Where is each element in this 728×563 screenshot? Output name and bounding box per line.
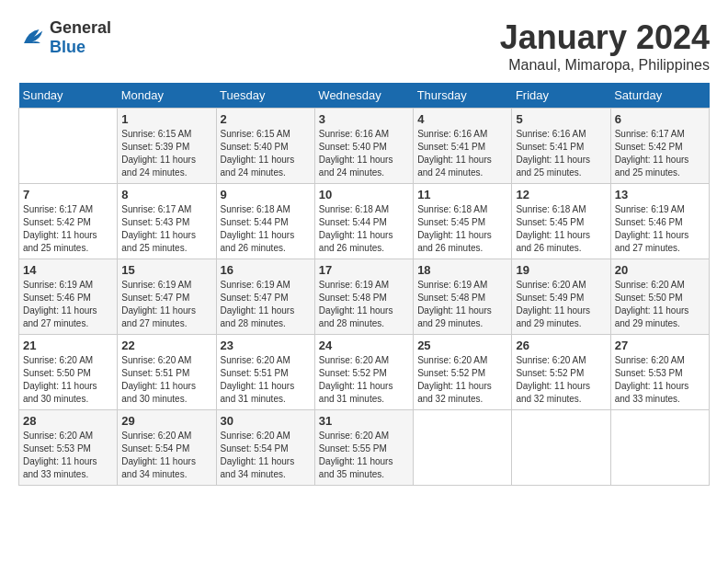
calendar-day-cell: 7Sunrise: 6:17 AMSunset: 5:42 PMDaylight…	[19, 184, 118, 259]
calendar-day-cell: 8Sunrise: 6:17 AMSunset: 5:43 PMDaylight…	[118, 184, 216, 259]
calendar-day-cell	[414, 410, 512, 486]
calendar-day-cell: 30Sunrise: 6:20 AMSunset: 5:54 PMDayligh…	[216, 410, 314, 486]
calendar-day-cell: 24Sunrise: 6:20 AMSunset: 5:52 PMDayligh…	[314, 335, 413, 410]
day-number: 15	[121, 263, 211, 277]
day-of-week-header: Wednesday	[314, 83, 413, 109]
calendar-day-cell	[512, 410, 610, 486]
day-info: Sunrise: 6:19 AMSunset: 5:47 PMDaylight:…	[221, 279, 311, 330]
logo-general: General	[50, 18, 111, 38]
day-info: Sunrise: 6:20 AMSunset: 5:50 PMDaylight:…	[615, 279, 705, 330]
day-number: 24	[319, 339, 409, 352]
day-number: 29	[121, 414, 211, 428]
day-info: Sunrise: 6:16 AMSunset: 5:41 PMDaylight:…	[516, 128, 606, 179]
day-info: Sunrise: 6:20 AMSunset: 5:50 PMDaylight:…	[23, 354, 113, 406]
day-info: Sunrise: 6:19 AMSunset: 5:46 PMDaylight:…	[23, 279, 113, 330]
calendar-day-cell: 22Sunrise: 6:20 AMSunset: 5:51 PMDayligh…	[118, 335, 216, 410]
day-number: 6	[615, 112, 705, 126]
calendar-day-cell: 11Sunrise: 6:18 AMSunset: 5:45 PMDayligh…	[414, 184, 512, 259]
day-info: Sunrise: 6:19 AMSunset: 5:48 PMDaylight:…	[417, 279, 507, 330]
calendar-day-cell: 26Sunrise: 6:20 AMSunset: 5:52 PMDayligh…	[512, 335, 610, 410]
calendar-day-cell: 16Sunrise: 6:19 AMSunset: 5:47 PMDayligh…	[216, 259, 314, 335]
day-number: 30	[221, 414, 311, 428]
day-number: 8	[121, 188, 211, 201]
day-of-week-header: Sunday	[19, 83, 118, 109]
day-info: Sunrise: 6:20 AMSunset: 5:51 PMDaylight:…	[121, 354, 211, 406]
calendar-week-row: 14Sunrise: 6:19 AMSunset: 5:46 PMDayligh…	[19, 259, 710, 335]
page-header: General Blue January 2024 Manaul, Mimaro…	[18, 18, 710, 74]
calendar-day-cell: 12Sunrise: 6:18 AMSunset: 5:45 PMDayligh…	[512, 184, 610, 259]
calendar-day-cell: 10Sunrise: 6:18 AMSunset: 5:44 PMDayligh…	[314, 184, 413, 259]
day-number: 22	[121, 339, 211, 352]
day-info: Sunrise: 6:18 AMSunset: 5:45 PMDaylight:…	[417, 203, 507, 255]
day-number: 10	[319, 188, 409, 201]
calendar-day-cell: 1Sunrise: 6:15 AMSunset: 5:39 PMDaylight…	[118, 109, 216, 184]
day-of-week-header: Saturday	[610, 83, 709, 109]
day-info: Sunrise: 6:20 AMSunset: 5:53 PMDaylight:…	[615, 354, 705, 406]
day-number: 12	[516, 188, 606, 201]
day-number: 14	[23, 263, 113, 277]
calendar-day-cell	[19, 109, 118, 184]
day-info: Sunrise: 6:16 AMSunset: 5:41 PMDaylight:…	[417, 128, 507, 179]
logo-blue: Blue	[50, 38, 111, 57]
calendar-day-cell: 13Sunrise: 6:19 AMSunset: 5:46 PMDayligh…	[610, 184, 709, 259]
calendar-week-row: 21Sunrise: 6:20 AMSunset: 5:50 PMDayligh…	[19, 335, 710, 410]
day-info: Sunrise: 6:18 AMSunset: 5:44 PMDaylight:…	[221, 203, 311, 255]
title-block: January 2024 Manaul, Mimaropa, Philippin…	[500, 18, 710, 74]
day-info: Sunrise: 6:19 AMSunset: 5:48 PMDaylight:…	[319, 279, 409, 330]
day-number: 31	[319, 414, 409, 428]
day-number: 18	[417, 263, 507, 277]
calendar-day-cell: 28Sunrise: 6:20 AMSunset: 5:53 PMDayligh…	[19, 410, 118, 486]
day-info: Sunrise: 6:20 AMSunset: 5:52 PMDaylight:…	[516, 354, 606, 406]
day-number: 1	[121, 112, 211, 126]
calendar-day-cell: 29Sunrise: 6:20 AMSunset: 5:54 PMDayligh…	[118, 410, 216, 486]
calendar-day-cell: 21Sunrise: 6:20 AMSunset: 5:50 PMDayligh…	[19, 335, 118, 410]
calendar-day-cell: 31Sunrise: 6:20 AMSunset: 5:55 PMDayligh…	[314, 410, 413, 486]
day-number: 4	[417, 112, 507, 126]
day-info: Sunrise: 6:18 AMSunset: 5:44 PMDaylight:…	[319, 203, 409, 255]
calendar-day-cell: 15Sunrise: 6:19 AMSunset: 5:47 PMDayligh…	[118, 259, 216, 335]
calendar-day-cell: 3Sunrise: 6:16 AMSunset: 5:40 PMDaylight…	[314, 109, 413, 184]
day-info: Sunrise: 6:17 AMSunset: 5:42 PMDaylight:…	[23, 203, 113, 255]
calendar-day-cell: 6Sunrise: 6:17 AMSunset: 5:42 PMDaylight…	[610, 109, 709, 184]
day-number: 3	[319, 112, 409, 126]
general-blue-logo-icon	[18, 24, 46, 52]
calendar-day-cell: 23Sunrise: 6:20 AMSunset: 5:51 PMDayligh…	[216, 335, 314, 410]
day-number: 2	[221, 112, 311, 126]
day-info: Sunrise: 6:20 AMSunset: 5:54 PMDaylight:…	[121, 430, 211, 481]
calendar-day-cell: 5Sunrise: 6:16 AMSunset: 5:41 PMDaylight…	[512, 109, 610, 184]
calendar-day-cell: 14Sunrise: 6:19 AMSunset: 5:46 PMDayligh…	[19, 259, 118, 335]
day-info: Sunrise: 6:19 AMSunset: 5:46 PMDaylight:…	[615, 203, 705, 255]
day-info: Sunrise: 6:20 AMSunset: 5:52 PMDaylight:…	[417, 354, 507, 406]
day-of-week-header: Monday	[118, 83, 216, 109]
calendar-day-cell: 18Sunrise: 6:19 AMSunset: 5:48 PMDayligh…	[414, 259, 512, 335]
day-number: 9	[221, 188, 311, 201]
calendar-week-row: 28Sunrise: 6:20 AMSunset: 5:53 PMDayligh…	[19, 410, 710, 486]
day-of-week-header: Friday	[512, 83, 610, 109]
calendar-body: 1Sunrise: 6:15 AMSunset: 5:39 PMDaylight…	[19, 109, 710, 486]
month-title: January 2024	[500, 18, 710, 57]
calendar-week-row: 1Sunrise: 6:15 AMSunset: 5:39 PMDaylight…	[19, 109, 710, 184]
day-info: Sunrise: 6:19 AMSunset: 5:47 PMDaylight:…	[121, 279, 211, 330]
days-of-week-row: SundayMondayTuesdayWednesdayThursdayFrid…	[19, 83, 710, 109]
day-info: Sunrise: 6:17 AMSunset: 5:43 PMDaylight:…	[121, 203, 211, 255]
day-info: Sunrise: 6:20 AMSunset: 5:52 PMDaylight:…	[319, 354, 409, 406]
day-number: 23	[221, 339, 311, 352]
day-number: 11	[417, 188, 507, 201]
day-number: 26	[516, 339, 606, 352]
calendar-day-cell: 2Sunrise: 6:15 AMSunset: 5:40 PMDaylight…	[216, 109, 314, 184]
day-info: Sunrise: 6:16 AMSunset: 5:40 PMDaylight:…	[319, 128, 409, 179]
logo: General Blue	[18, 18, 111, 57]
day-info: Sunrise: 6:15 AMSunset: 5:40 PMDaylight:…	[221, 128, 311, 179]
day-of-week-header: Thursday	[414, 83, 512, 109]
calendar-day-cell: 4Sunrise: 6:16 AMSunset: 5:41 PMDaylight…	[414, 109, 512, 184]
day-number: 16	[221, 263, 311, 277]
day-number: 25	[417, 339, 507, 352]
day-number: 7	[23, 188, 113, 201]
day-number: 17	[319, 263, 409, 277]
day-info: Sunrise: 6:20 AMSunset: 5:55 PMDaylight:…	[319, 430, 409, 481]
calendar-day-cell: 27Sunrise: 6:20 AMSunset: 5:53 PMDayligh…	[610, 335, 709, 410]
day-number: 5	[516, 112, 606, 126]
day-number: 27	[615, 339, 705, 352]
day-number: 20	[615, 263, 705, 277]
calendar-day-cell: 9Sunrise: 6:18 AMSunset: 5:44 PMDaylight…	[216, 184, 314, 259]
